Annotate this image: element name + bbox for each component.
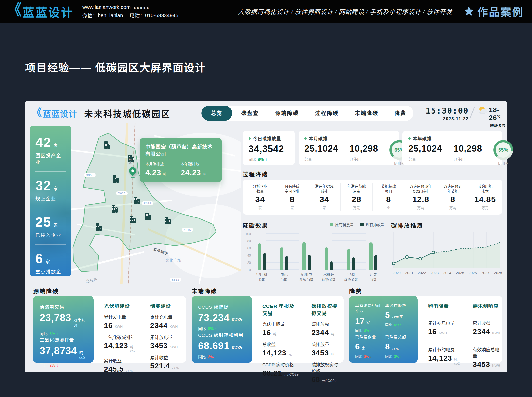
- kpi-card-year: 本年碳排25,1024总量10,298已使用65%使用率: [402, 131, 502, 165]
- map-place-label: 高速: [128, 157, 132, 164]
- bar: [369, 242, 373, 270]
- stat-item: 有效响应总电量3453KWH: [473, 346, 500, 369]
- white-stat-column: 储能建设累计充电量2344KWH累计放电量3453KWH累计收益521.4万元: [140, 296, 186, 363]
- process-stat-column: 节能技改 项目8个: [372, 183, 405, 211]
- bar: [325, 247, 328, 270]
- gradient-stat: CCUS 碳捕捉73.234tCO2e同比8% ↑: [198, 303, 246, 331]
- bar-x-label: 空压机 节能: [253, 272, 271, 282]
- bar: [258, 243, 261, 270]
- tab-碳盘查[interactable]: 碳盘查: [234, 106, 266, 121]
- gradient-stat: 已降费企业6家同比2% ↓: [355, 334, 382, 359]
- stat-item: 累计发电量16KWH: [104, 314, 137, 330]
- sidebar-stat: 25家已接入企业: [35, 214, 66, 238]
- star-icon: [464, 6, 474, 17]
- road-number-badge: S512: [170, 278, 181, 282]
- clock: 15:30:00 2023.11.22: [426, 106, 469, 121]
- legend-item: 原有排放量: [330, 222, 354, 227]
- stat-item: 累计放电量3453KWH: [150, 334, 183, 350]
- bar-group: [342, 234, 360, 270]
- dashboard-title: 未来科技城低碳园区: [84, 107, 171, 120]
- green-dot-icon: [408, 137, 411, 140]
- building-marker[interactable]: [94, 223, 103, 232]
- building-marker[interactable]: [143, 212, 152, 221]
- site-logo: 《 蓝蓝设计: [7, 3, 74, 20]
- site-services-list: 大数据可视化设计 / 软件界面设计 / 网站建设 / 手机及小程序设计 / 软件…: [238, 7, 452, 16]
- building-marker[interactable]: [132, 196, 141, 205]
- gradient-stat: 已降费总额8万元同比2% ↑: [385, 334, 412, 359]
- white-stat-column: CCER 申报及交易光伏申报量16吨总收益14,123元CCER 实时价格68.…: [252, 296, 301, 363]
- emission-projection-line-chart: 202020212022202320242025202620272028: [391, 230, 503, 283]
- weather-desc: 晴转多云: [489, 123, 507, 128]
- tab-总览[interactable]: 总览: [201, 106, 232, 121]
- process-stat-column: 节约用能 成本14.85万元: [469, 183, 501, 211]
- kpi-title: 本年碳排: [413, 135, 432, 142]
- building-marker[interactable]: [111, 175, 120, 183]
- line-x-label: 2022: [416, 271, 427, 275]
- bar-x-label: 油泵 节能: [365, 272, 382, 282]
- tab-源端降碳[interactable]: 源端降碳: [268, 106, 306, 121]
- stat-item: 总收益14,123元: [262, 341, 298, 357]
- green-dot-icon: [249, 137, 251, 140]
- portfolio-link[interactable]: 作品案例: [464, 4, 524, 19]
- stat-item: 累计收益2344KWH: [473, 320, 500, 336]
- gradient-highlight-card: 清洁电交易23,783万千瓦时同比8% ↑二氧化碳减排量37,8734吨co2同…: [33, 296, 94, 363]
- park-map[interactable]: 龙腾世纪 文化广场京平高速文化广场北五环高速X358X025X016X016S5…: [71, 123, 241, 284]
- bar: [263, 253, 266, 270]
- bar-group: [298, 234, 315, 270]
- site-top-bar: 《 蓝蓝设计 www.lanlanwork.com▶▶▶▶▶ 微信：ben_la…: [0, 0, 532, 23]
- bar: [308, 255, 311, 270]
- road-number-badge: X358: [84, 173, 96, 177]
- line-x-label: 2021: [404, 271, 415, 275]
- white-stat-column: 碳排放权模拟交易碳排放权2344吨碳排放量3453吨碳排放权实时价格68元/IC…: [301, 296, 344, 363]
- road-number-badge: X016: [142, 201, 153, 205]
- map-place-label: 文化广场: [166, 258, 181, 263]
- bar: [352, 257, 355, 270]
- dashboard-logo-text: 蓝蓝设计: [43, 108, 77, 119]
- building-marker[interactable]: [110, 204, 119, 213]
- process-stat-column: 改造后预计 年节能8万吨: [437, 183, 469, 211]
- stat-item: 累计充电量2344KWH: [150, 314, 183, 330]
- bar: [280, 247, 283, 270]
- weather-temp: 18-26℃: [489, 106, 507, 122]
- line-x-label: 2023: [429, 271, 440, 275]
- bottom-group-3: 具有降费空间企业17家同比8% ↑年潜在降费5万元/年同比6% ↑已降费企业6家…: [349, 296, 502, 363]
- stat-item: 碳排放权2344吨: [311, 321, 341, 337]
- page: 《 蓝蓝设计 www.lanlanwork.com▶▶▶▶▶ 微信：ben_la…: [0, 0, 532, 397]
- bar: [374, 255, 377, 270]
- divider: [35, 244, 66, 245]
- building-marker[interactable]: [102, 141, 111, 149]
- weather-widget: 18-26℃ 晴转多云: [478, 106, 507, 128]
- dashboard-screenshot: 《 蓝蓝设计 未来科技城低碳园区 总览碳盘查源端降碳过程降碳末端降碳降费 15:…: [25, 101, 507, 372]
- divider: [470, 107, 475, 118]
- line-x-label: 2028: [493, 271, 503, 275]
- bar: [285, 256, 288, 270]
- gradient-stat: 年潜在降费5万元/年同比6% ↑: [385, 302, 412, 333]
- bar-chart-legend: 原有排放量现有排放量: [308, 222, 384, 227]
- site-logo-icon: 《: [7, 3, 22, 18]
- process-stat-column: 具有降碳 空间企业8家: [276, 183, 308, 211]
- process-stat-column: 分析企业 数量34家: [244, 183, 276, 211]
- building-marker[interactable]: [163, 216, 172, 225]
- green-dot-icon: [304, 137, 307, 140]
- site-contact-info: www.lanlanwork.com▶▶▶▶▶ 微信：ben_lanlan电话：…: [82, 3, 178, 19]
- page-title: 项目经验—— 低碳园区大屏界面设计: [25, 59, 206, 74]
- building-marker[interactable]: [128, 215, 137, 224]
- month-emission: 本月碳排放 4.23吨: [145, 161, 181, 177]
- tab-降费[interactable]: 降费: [388, 106, 413, 121]
- bar-chart-title: 降碳效果: [243, 221, 268, 229]
- company-tooltip: 中能国宏（葫芦岛）高新技术有限公司 本月碳排放 4.23吨 本年碳排放 24.2…: [140, 138, 222, 182]
- site-phone: 电话：010-63334945: [130, 12, 178, 18]
- gradient-stat: CCUS 碳封存和利用68.691tCO2e同比2% ↓: [198, 331, 246, 360]
- tab-末端降碳[interactable]: 末端降碳: [348, 106, 385, 121]
- kpi-title: 今日碳排放量: [253, 135, 281, 142]
- map-pin-base: [131, 177, 135, 178]
- dashboard-header: 《 蓝蓝设计 未来科技城低碳园区: [32, 107, 171, 120]
- road-number-badge: X025: [116, 191, 128, 195]
- process-stats-card: 分析企业 数量34家具有降碳 空间企业8家潜在年CO2 减排34家年潜在节能 消…: [243, 180, 502, 215]
- section-title-1: 源端降碳: [33, 287, 59, 295]
- bar-group: [253, 234, 271, 270]
- tab-过程降碳[interactable]: 过程降碳: [308, 106, 346, 121]
- stat-item: 碳排放权实时价格68元/ICO2e: [311, 361, 341, 384]
- process-stat-column: 年潜在节能 消费28万元: [340, 183, 373, 211]
- usage-ring-gauge: 65%: [493, 140, 513, 160]
